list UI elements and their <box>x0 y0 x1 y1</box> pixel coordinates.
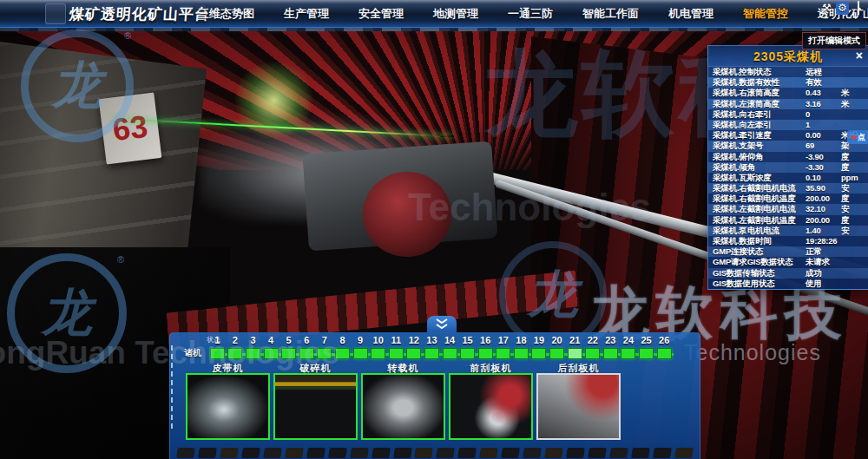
filmstrip-thumb[interactable] <box>566 448 585 458</box>
support-segment[interactable]: 11 <box>387 335 405 359</box>
support-segment[interactable]: 21 <box>566 335 584 359</box>
panel-row: 采煤机.右滚筒高度0.43米 <box>708 88 868 98</box>
support-segment[interactable]: 24 <box>620 335 638 359</box>
filmstrip-thumb[interactable] <box>458 448 477 458</box>
filmstrip-thumb[interactable] <box>523 448 542 458</box>
filmstrip-thumb[interactable] <box>480 448 499 458</box>
tools-icon[interactable]: ⚒ <box>820 2 833 15</box>
support-segment[interactable]: 10 <box>369 335 387 359</box>
panel-row: 采煤机.牵引速度0.00米/分 <box>708 130 868 141</box>
restore-window-icon[interactable] <box>852 2 865 15</box>
support-segment[interactable]: 5 <box>279 335 298 359</box>
support-segment[interactable]: 8 <box>333 335 352 359</box>
segment-status-block <box>585 348 600 359</box>
filmstrip-thumb[interactable] <box>415 448 434 458</box>
support-segment[interactable]: 9 <box>352 335 370 359</box>
filmstrip-thumb[interactable] <box>674 448 694 458</box>
filmstrip <box>177 448 693 458</box>
filmstrip-thumb[interactable] <box>609 448 628 458</box>
thumb-row <box>186 373 621 440</box>
segment-status-block <box>246 348 260 359</box>
nav-icons: ⚒ ⚙ <box>820 2 865 15</box>
panel-row: 采煤机.右截割电机温度200.00度 <box>708 193 868 204</box>
support-segment[interactable]: 26 <box>655 335 674 359</box>
segment-status-block <box>227 348 242 359</box>
segment-status-block <box>621 348 635 359</box>
support-segment[interactable]: 4 <box>262 335 280 359</box>
support-segment[interactable]: 7 <box>316 335 334 359</box>
filmstrip-thumb[interactable] <box>544 448 563 458</box>
segment-status-block <box>371 348 385 359</box>
nav-item[interactable]: 地测管理 <box>433 6 478 22</box>
segment-status-block <box>549 348 564 359</box>
nav-item[interactable]: 机电管理 <box>668 6 713 22</box>
panel-row: 采煤机.瓦斯浓度0.10ppm <box>708 173 868 183</box>
panel-row: 采煤机.泵电机电流1.40安 <box>708 226 868 236</box>
support-segment[interactable]: 18 <box>512 335 530 359</box>
support-segment[interactable]: 17 <box>495 335 513 359</box>
pick-point-badge[interactable]: 点 <box>847 130 868 144</box>
segment-status-block <box>299 348 314 359</box>
nav-item[interactable]: 一通三防 <box>508 6 553 22</box>
segment-status-block <box>531 348 546 359</box>
filmstrip-thumb[interactable] <box>198 448 217 458</box>
support-segment[interactable]: 25 <box>637 335 655 359</box>
support-segment[interactable]: 20 <box>548 335 566 359</box>
nav-item[interactable]: 智能管控 <box>743 6 788 22</box>
segment-row: 1234567891011121314151617181920212223242… <box>208 335 673 359</box>
segment-status-block <box>460 348 475 359</box>
camera-thumb-2[interactable] <box>273 373 358 440</box>
filmstrip-thumb[interactable] <box>350 448 369 458</box>
filmstrip-thumb[interactable] <box>176 448 195 458</box>
filmstrip-thumb[interactable] <box>437 448 456 458</box>
support-segment[interactable]: 15 <box>458 335 477 359</box>
measure-dash-line <box>171 345 173 429</box>
segment-status-block <box>424 348 439 359</box>
filmstrip-thumb[interactable] <box>501 448 520 458</box>
gear-icon[interactable]: ⚙ <box>836 2 849 15</box>
camera-thumb-4[interactable] <box>449 373 533 440</box>
panel-row: 采煤机.俯仰角-3.90度 <box>708 152 868 162</box>
segment-status-block <box>514 348 529 359</box>
support-segment[interactable]: 14 <box>441 335 459 359</box>
nav-item[interactable]: 安全管理 <box>358 6 404 22</box>
support-segment[interactable]: 13 <box>423 335 441 359</box>
top-nav-bar: 煤矿透明化矿山平台 三维态势图生产管理安全管理地测管理一通三防智能工作面机电管理… <box>0 0 868 28</box>
support-segment[interactable]: 12 <box>405 335 424 359</box>
panel-row: 采煤机.右截割电机电流35.90安 <box>708 183 868 193</box>
support-segment[interactable]: 3 <box>244 335 262 359</box>
segment-row-label: 诸机 <box>184 347 201 359</box>
filmstrip-thumb[interactable] <box>631 448 650 458</box>
support-segment[interactable]: 23 <box>602 335 620 359</box>
open-edit-mode-button[interactable]: 打开编辑模式 <box>802 32 866 49</box>
collapse-panel-button[interactable] <box>427 316 457 332</box>
panel-row: 采煤机.左滚筒高度3.16米 <box>708 99 868 109</box>
filmstrip-thumb[interactable] <box>285 448 304 458</box>
support-segment[interactable]: 19 <box>530 335 549 359</box>
support-segment[interactable]: 1 <box>208 335 227 359</box>
filmstrip-thumb[interactable] <box>653 448 672 458</box>
filmstrip-thumb[interactable] <box>328 448 347 458</box>
filmstrip-thumb[interactable] <box>263 448 282 458</box>
filmstrip-thumb[interactable] <box>588 448 607 458</box>
nav-item[interactable]: 智能工作面 <box>582 6 639 22</box>
support-segment[interactable]: 2 <box>227 335 245 359</box>
camera-thumb-1[interactable] <box>186 373 270 440</box>
segment-status-block <box>335 348 350 359</box>
filmstrip-thumb[interactable] <box>372 448 391 458</box>
nav-item[interactable]: 三维态势图 <box>198 6 254 22</box>
nav-item[interactable]: 生产管理 <box>284 6 329 22</box>
panel-row: 采煤机.向右牵引0 <box>708 109 868 120</box>
filmstrip-thumb[interactable] <box>220 448 239 458</box>
segment-status-block <box>496 348 510 359</box>
support-segment[interactable]: 6 <box>298 335 316 359</box>
segment-status-block <box>210 348 225 359</box>
camera-thumb-5[interactable] <box>536 373 621 440</box>
support-segment[interactable]: 16 <box>477 335 495 359</box>
camera-thumb-3[interactable] <box>361 373 445 440</box>
filmstrip-thumb[interactable] <box>241 448 260 458</box>
support-segment[interactable]: 22 <box>583 335 602 359</box>
filmstrip-thumb[interactable] <box>393 448 412 458</box>
double-chevron-down-icon <box>435 318 449 330</box>
filmstrip-thumb[interactable] <box>306 448 326 458</box>
